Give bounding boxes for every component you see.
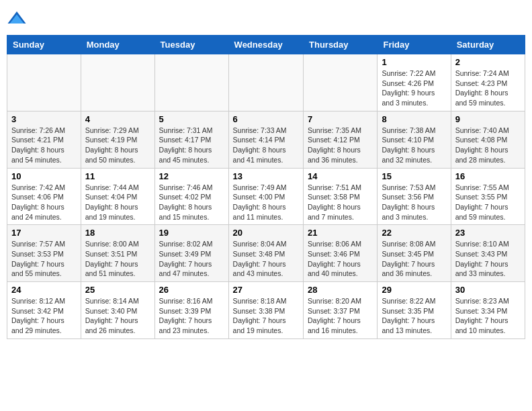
calendar-cell [228, 54, 303, 111]
header-monday: Monday [81, 36, 154, 54]
header-thursday: Thursday [304, 36, 378, 54]
day-number: 16 [455, 171, 521, 181]
day-info: Sunrise: 8:16 AMSunset: 3:39 PMDaylight:… [159, 296, 224, 336]
calendar-cell: 26Sunrise: 8:16 AMSunset: 3:39 PMDayligh… [154, 282, 228, 339]
day-number: 1 [382, 57, 446, 67]
calendar-cell: 19Sunrise: 8:02 AMSunset: 3:49 PMDayligh… [154, 225, 228, 282]
day-info: Sunrise: 8:14 AMSunset: 3:40 PMDaylight:… [85, 296, 150, 336]
day-number: 12 [159, 171, 224, 181]
calendar-cell: 2Sunrise: 7:24 AMSunset: 4:23 PMDaylight… [451, 54, 525, 111]
calendar-cell: 21Sunrise: 8:06 AMSunset: 3:46 PMDayligh… [304, 225, 378, 282]
page-header [7, 7, 525, 30]
calendar-cell [81, 54, 154, 111]
calendar-cell: 1Sunrise: 7:22 AMSunset: 4:26 PMDaylight… [378, 54, 451, 111]
day-number: 19 [159, 228, 224, 238]
calendar-cell: 8Sunrise: 7:38 AMSunset: 4:10 PMDaylight… [378, 111, 451, 168]
day-info: Sunrise: 8:00 AMSunset: 3:51 PMDaylight:… [85, 239, 150, 279]
day-info: Sunrise: 7:35 AMSunset: 4:12 PMDaylight:… [308, 126, 373, 165]
day-info: Sunrise: 7:53 AMSunset: 3:56 PMDaylight:… [382, 183, 446, 222]
calendar-cell: 29Sunrise: 8:22 AMSunset: 3:35 PMDayligh… [378, 282, 451, 339]
calendar-cell: 6Sunrise: 7:33 AMSunset: 4:14 PMDaylight… [228, 111, 303, 168]
day-number: 4 [85, 114, 150, 124]
day-info: Sunrise: 8:06 AMSunset: 3:46 PMDaylight:… [308, 239, 373, 279]
calendar-cell [7, 54, 81, 111]
calendar-cell: 15Sunrise: 7:53 AMSunset: 3:56 PMDayligh… [378, 168, 451, 225]
calendar-cell: 9Sunrise: 7:40 AMSunset: 4:08 PMDaylight… [451, 111, 525, 168]
day-number: 24 [11, 285, 77, 295]
day-info: Sunrise: 8:20 AMSunset: 3:37 PMDaylight:… [308, 296, 373, 336]
calendar-cell: 14Sunrise: 7:51 AMSunset: 3:58 PMDayligh… [304, 168, 378, 225]
day-info: Sunrise: 8:18 AMSunset: 3:38 PMDaylight:… [233, 296, 299, 336]
day-number: 28 [308, 285, 373, 295]
day-info: Sunrise: 7:38 AMSunset: 4:10 PMDaylight:… [382, 126, 446, 165]
calendar-header-row: SundayMondayTuesdayWednesdayThursdayFrid… [7, 36, 525, 54]
calendar-cell: 28Sunrise: 8:20 AMSunset: 3:37 PMDayligh… [304, 282, 378, 339]
calendar-cell: 30Sunrise: 8:23 AMSunset: 3:34 PMDayligh… [451, 282, 525, 339]
calendar-cell: 7Sunrise: 7:35 AMSunset: 4:12 PMDaylight… [304, 111, 378, 168]
calendar-cell: 16Sunrise: 7:55 AMSunset: 3:55 PMDayligh… [451, 168, 525, 225]
day-info: Sunrise: 7:33 AMSunset: 4:14 PMDaylight:… [233, 126, 299, 165]
day-number: 20 [233, 228, 299, 238]
day-number: 8 [382, 114, 446, 124]
day-info: Sunrise: 7:55 AMSunset: 3:55 PMDaylight:… [455, 183, 521, 222]
day-number: 25 [85, 285, 150, 295]
header-tuesday: Tuesday [154, 36, 228, 54]
day-info: Sunrise: 8:22 AMSunset: 3:35 PMDaylight:… [382, 296, 446, 336]
header-saturday: Saturday [451, 36, 525, 54]
calendar-week-row: 3Sunrise: 7:26 AMSunset: 4:21 PMDaylight… [7, 111, 525, 168]
calendar-cell: 5Sunrise: 7:31 AMSunset: 4:17 PMDaylight… [154, 111, 228, 168]
calendar-week-row: 17Sunrise: 7:57 AMSunset: 3:53 PMDayligh… [7, 225, 525, 282]
day-info: Sunrise: 8:10 AMSunset: 3:43 PMDaylight:… [455, 239, 521, 279]
day-number: 21 [308, 228, 373, 238]
day-number: 18 [85, 228, 150, 238]
day-info: Sunrise: 7:31 AMSunset: 4:17 PMDaylight:… [159, 126, 224, 165]
day-info: Sunrise: 7:49 AMSunset: 4:00 PMDaylight:… [233, 183, 299, 222]
calendar-cell: 3Sunrise: 7:26 AMSunset: 4:21 PMDaylight… [7, 111, 81, 168]
day-info: Sunrise: 7:46 AMSunset: 4:02 PMDaylight:… [159, 183, 224, 222]
day-info: Sunrise: 8:08 AMSunset: 3:45 PMDaylight:… [382, 239, 446, 279]
day-info: Sunrise: 7:57 AMSunset: 3:53 PMDaylight:… [11, 239, 77, 279]
day-number: 23 [455, 228, 521, 238]
day-number: 13 [233, 171, 299, 181]
day-info: Sunrise: 7:40 AMSunset: 4:08 PMDaylight:… [455, 126, 521, 165]
header-sunday: Sunday [7, 36, 81, 54]
day-number: 27 [233, 285, 299, 295]
day-info: Sunrise: 7:29 AMSunset: 4:19 PMDaylight:… [85, 126, 150, 165]
day-number: 11 [85, 171, 150, 181]
calendar-cell: 13Sunrise: 7:49 AMSunset: 4:00 PMDayligh… [228, 168, 303, 225]
day-number: 6 [233, 114, 299, 124]
day-number: 30 [455, 285, 521, 295]
day-number: 9 [455, 114, 521, 124]
calendar-cell: 18Sunrise: 8:00 AMSunset: 3:51 PMDayligh… [81, 225, 154, 282]
day-info: Sunrise: 8:02 AMSunset: 3:49 PMDaylight:… [159, 239, 224, 279]
calendar-week-row: 10Sunrise: 7:42 AMSunset: 4:06 PMDayligh… [7, 168, 525, 225]
header-wednesday: Wednesday [228, 36, 303, 54]
calendar-table: SundayMondayTuesdayWednesdayThursdayFrid… [7, 35, 525, 339]
day-number: 17 [11, 228, 77, 238]
day-info: Sunrise: 7:42 AMSunset: 4:06 PMDaylight:… [11, 183, 77, 222]
calendar-week-row: 1Sunrise: 7:22 AMSunset: 4:26 PMDaylight… [7, 54, 525, 111]
calendar-cell: 17Sunrise: 7:57 AMSunset: 3:53 PMDayligh… [7, 225, 81, 282]
day-number: 10 [11, 171, 77, 181]
day-number: 2 [455, 57, 521, 67]
calendar-cell: 24Sunrise: 8:12 AMSunset: 3:42 PMDayligh… [7, 282, 81, 339]
calendar-cell: 23Sunrise: 8:10 AMSunset: 3:43 PMDayligh… [451, 225, 525, 282]
calendar-cell: 10Sunrise: 7:42 AMSunset: 4:06 PMDayligh… [7, 168, 81, 225]
calendar-cell: 20Sunrise: 8:04 AMSunset: 3:48 PMDayligh… [228, 225, 303, 282]
calendar-cell: 27Sunrise: 8:18 AMSunset: 3:38 PMDayligh… [228, 282, 303, 339]
day-info: Sunrise: 8:12 AMSunset: 3:42 PMDaylight:… [11, 296, 77, 336]
day-number: 22 [382, 228, 446, 238]
calendar-cell: 4Sunrise: 7:29 AMSunset: 4:19 PMDaylight… [81, 111, 154, 168]
day-number: 29 [382, 285, 446, 295]
day-number: 26 [159, 285, 224, 295]
day-number: 7 [308, 114, 373, 124]
day-number: 14 [308, 171, 373, 181]
day-info: Sunrise: 7:44 AMSunset: 4:04 PMDaylight:… [85, 183, 150, 222]
day-number: 15 [382, 171, 446, 181]
header-friday: Friday [378, 36, 451, 54]
calendar-cell: 12Sunrise: 7:46 AMSunset: 4:02 PMDayligh… [154, 168, 228, 225]
logo-icon [7, 9, 27, 30]
calendar-cell: 22Sunrise: 8:08 AMSunset: 3:45 PMDayligh… [378, 225, 451, 282]
day-number: 5 [159, 114, 224, 124]
calendar-cell [154, 54, 228, 111]
